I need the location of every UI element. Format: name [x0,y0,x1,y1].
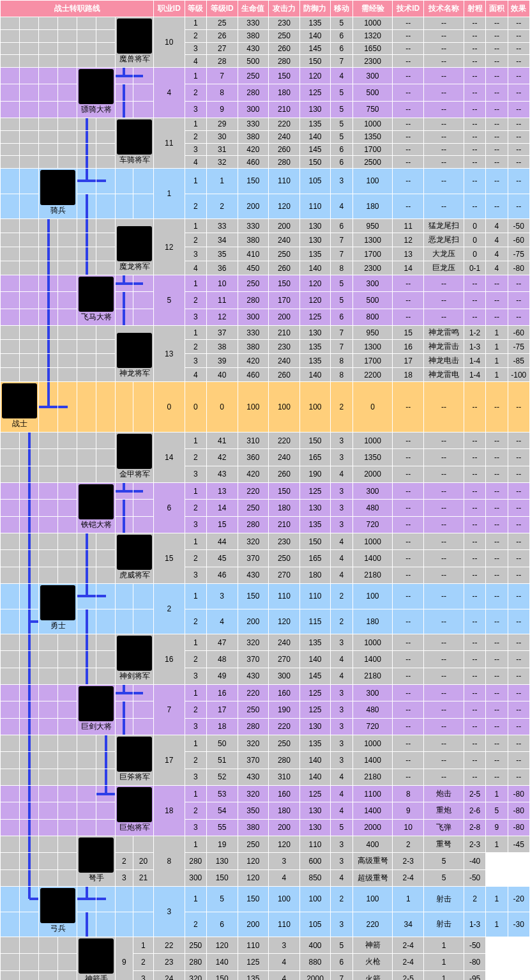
connector [133,584,153,609]
cell-tid: -- [393,449,423,465]
cell-tid: -- [393,309,423,325]
cell-lid: 43 [207,466,238,482]
connector [20,820,38,836]
connector [58,735,77,751]
connector [133,84,153,100]
connector [58,275,77,291]
cell-ar: -- [486,144,507,156]
connector [20,550,38,566]
cell-tn: -- [424,292,464,308]
cell-hp: 320 [238,634,269,650]
cell-def: 135 [300,735,331,751]
cell-hp: 370 [238,651,269,667]
cell-hp: 330 [238,17,269,29]
unit-cell: 巨炮将军 [116,786,153,836]
cell-ef: -- [508,735,529,751]
cell-atk: 200 [269,219,299,233]
connector [1,937,19,953]
connector [96,131,115,143]
cell-ef: -- [508,668,529,684]
connector [20,912,38,937]
cell-rg: -- [464,449,485,465]
connector [77,786,96,802]
connector [1,68,19,84]
connector [39,937,57,953]
cell-exp: 100 [353,584,393,609]
connector [39,685,57,701]
connector [116,836,133,852]
cell-hp: 300 [185,870,206,886]
connector [20,43,38,55]
cell-def: 150 [300,156,331,168]
connector [77,261,96,275]
connector [20,368,38,381]
cell-exp: 100 [353,169,393,194]
cell-lid: 50 [207,735,238,751]
cell-hp: 460 [238,156,269,168]
connector [39,483,57,499]
unit-name: 神箭手 [79,974,114,980]
connector [133,102,153,118]
connector [39,17,57,29]
cell-ef: -- [508,500,529,516]
connector [1,354,19,367]
cell-lv: 4 [185,368,206,381]
cell-hp: 250 [238,836,269,852]
class-tree-table: 战士转职路线职业ID等级等级ID生命值攻击力防御力移动需经验技术ID技术名称射程… [0,0,530,980]
connector [96,144,115,156]
connector [39,68,57,84]
cell-ef: -- [508,169,529,194]
cell-ef: -75 [508,247,529,261]
data-row: 4404602601408220018神龙雷电1-41-100 [1,368,529,381]
connector [77,326,96,339]
connector [96,533,115,549]
cell-tn: 神龙雷鸣 [424,326,464,339]
connector [77,219,96,233]
connector [96,219,115,233]
connector [96,17,115,29]
cell-lid: 45 [207,550,238,566]
cell-atk: 280 [269,55,299,67]
cell-tn: -- [424,118,464,130]
connector [39,466,57,482]
cell-lid: 53 [207,786,238,802]
cell-def: 110 [300,194,331,219]
header-col: 射程 [464,1,485,17]
cell-tn: -- [424,382,464,432]
header-col: 移动 [331,1,352,17]
cell-tn: 巨龙压 [424,261,464,275]
cell-hp: 420 [238,466,269,482]
cell-rg: 2-3 [464,836,485,852]
connector [116,309,133,325]
data-row: 弩手811925012011034002重弩2-31-45 [1,836,529,852]
data-row: 弓兵31515010010021001射击21-20 [1,887,529,912]
cell-exp: 480 [353,701,393,717]
connector [20,937,38,953]
connector [58,17,77,29]
cell-atk: 120 [269,836,299,852]
cell-exp: 2200 [353,368,393,381]
cell-def: 150 [300,55,331,67]
cell-tn: -- [424,68,464,84]
connector [20,247,38,261]
cell-rg: 0 [464,219,485,233]
data-row: 24837027014041400---------- [1,651,529,667]
connector [96,769,115,785]
cell-def: 180 [300,567,331,583]
connector [77,752,96,768]
cell-tid: -- [393,84,423,100]
connector [133,609,153,634]
connector [133,169,153,194]
cell-lv: 3 [116,870,133,886]
cell-ef: -- [508,275,529,291]
cell-exp: 1400 [353,752,393,768]
cell-ar: 1 [486,354,507,367]
cell-exp: 1400 [353,550,393,566]
data-row: 神箭手912225012011034005神箭2-41-50 [1,937,529,953]
cell-lid: 13 [207,483,238,499]
cell-mv: 7 [331,247,352,261]
cell-ef: -- [508,533,529,549]
connector [58,853,77,869]
connector [77,43,96,55]
cell-mv: 4 [331,668,352,684]
